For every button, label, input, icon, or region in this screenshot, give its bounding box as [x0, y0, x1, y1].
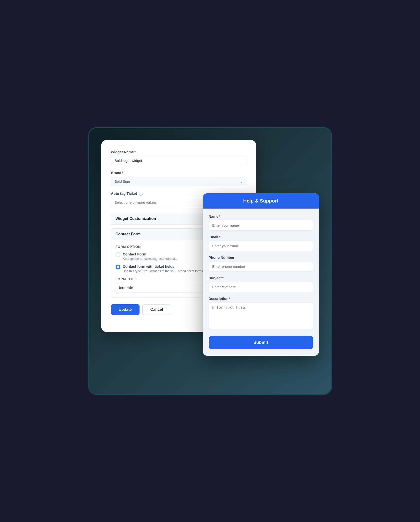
- widget-body: Name* Email* Phone Number Subjec: [203, 208, 319, 356]
- brand-select-wrapper: Bold Sign ⌄: [111, 177, 246, 186]
- widget-name-field: Widget Name*: [111, 150, 246, 165]
- radio-circle-checked: [116, 265, 120, 269]
- phone-input[interactable]: [209, 261, 313, 272]
- widget-header: Help & Support: [203, 193, 319, 208]
- submit-button[interactable]: Submit: [209, 336, 313, 349]
- subject-label: Subject*: [209, 276, 313, 280]
- widget-title: Help & Support: [209, 198, 313, 204]
- phone-label: Phone Number: [209, 255, 313, 260]
- description-label: Description*: [209, 297, 313, 301]
- info-icon[interactable]: i: [139, 192, 143, 196]
- email-label: Email*: [209, 235, 313, 239]
- name-label: Name*: [209, 214, 313, 218]
- brand-select[interactable]: Bold Sign: [111, 177, 246, 186]
- brand-field: Brand* Bold Sign ⌄: [111, 171, 246, 186]
- email-input[interactable]: [209, 241, 313, 251]
- description-textarea[interactable]: [209, 302, 313, 329]
- update-button[interactable]: Update: [111, 304, 140, 315]
- description-field: Description*: [209, 297, 313, 330]
- cancel-button[interactable]: Cancel: [142, 304, 171, 315]
- help-support-widget: Help & Support Name* Email* Phone Numb: [203, 193, 319, 356]
- radio-option1-title: Contact Form: [123, 252, 178, 256]
- subject-field: Subject*: [209, 276, 313, 292]
- name-field: Name*: [209, 214, 313, 230]
- widget-name-input[interactable]: [111, 156, 246, 165]
- name-input[interactable]: [209, 220, 313, 230]
- radio-option1-desc: Appropriate for collecting user feedba..…: [123, 257, 178, 261]
- email-field: Email*: [209, 235, 313, 251]
- subject-input[interactable]: [209, 282, 313, 292]
- phone-field: Phone Number: [209, 255, 313, 272]
- widget-name-label: Widget Name*: [111, 150, 246, 154]
- brand-label: Brand*: [111, 171, 246, 175]
- radio-circle-empty: [116, 252, 120, 257]
